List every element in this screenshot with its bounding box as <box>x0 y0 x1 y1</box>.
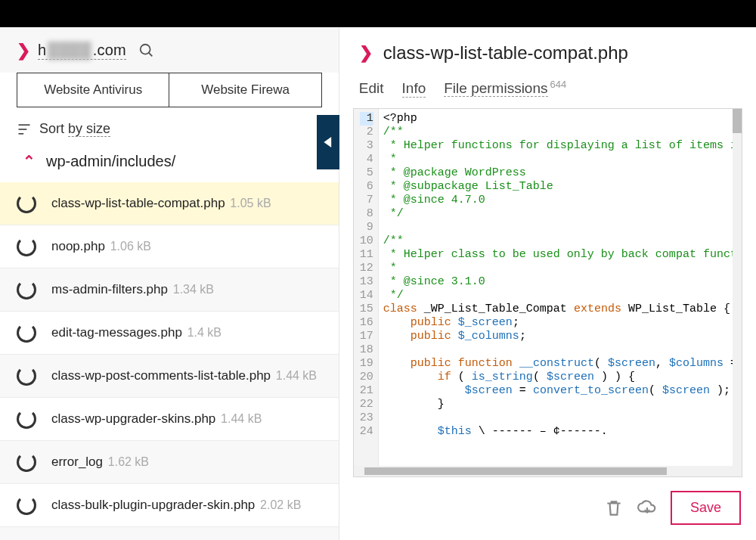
chevron-right-icon: ❯ <box>359 43 373 63</box>
chevron-up-icon[interactable]: ⌃ <box>23 152 36 170</box>
sort-label[interactable]: Sort by size <box>39 121 110 137</box>
search-icon[interactable] <box>138 42 155 59</box>
tab-firewall[interactable]: Website Firewa <box>169 73 321 107</box>
window-titlebar <box>0 0 756 27</box>
svg-line-1 <box>149 53 153 57</box>
loading-spinner-icon <box>17 452 36 472</box>
loading-spinner-icon <box>17 194 36 213</box>
loading-spinner-icon <box>17 237 36 256</box>
editor-filename: class-wp-list-table-compat.php <box>383 42 628 64</box>
trash-icon[interactable] <box>604 498 624 518</box>
file-row[interactable]: class-bulk-theme-upgrader-skin.php 2.06 … <box>0 527 339 540</box>
file-row[interactable]: error_log 1.62 kB <box>0 441 339 484</box>
svg-point-0 <box>141 45 150 54</box>
save-button[interactable]: Save <box>671 491 741 525</box>
svg-marker-5 <box>324 137 331 147</box>
loading-spinner-icon <box>17 409 36 429</box>
line-gutter: 123456789101112131415161718192021222324 <box>354 109 379 466</box>
file-list: class-wp-list-table-compat.php 1.05 kB n… <box>0 182 339 540</box>
file-row[interactable]: class-wp-upgrader-skins.php 1.44 kB <box>0 398 339 441</box>
cloud-download-icon[interactable] <box>637 498 657 518</box>
horizontal-scrollbar[interactable] <box>354 466 742 476</box>
loading-spinner-icon <box>17 323 36 343</box>
code-area[interactable]: <?php/** * Helper functions for displayi… <box>379 109 742 466</box>
sort-icon[interactable] <box>17 122 32 137</box>
vertical-scrollbar[interactable] <box>733 109 742 466</box>
collapse-panel-button[interactable] <box>317 115 339 169</box>
file-row[interactable]: edit-tag-messages.php 1.4 kB <box>0 312 339 355</box>
file-row[interactable]: noop.php 1.06 kB <box>0 225 339 268</box>
editor-panel: ❯ class-wp-list-table-compat.php Edit In… <box>339 27 756 540</box>
tab-antivirus[interactable]: Website Antivirus <box>17 73 169 107</box>
section-tabs: Website Antivirus Website Firewa <box>17 73 322 107</box>
file-row[interactable]: ms-admin-filters.php 1.34 kB <box>0 268 339 312</box>
triangle-left-icon <box>323 137 333 147</box>
chevron-right-icon: ❯ <box>17 41 30 61</box>
file-panel: ❯ h████.com Website Antivirus Website Fi… <box>0 27 339 540</box>
file-row[interactable]: class-bulk-plugin-upgrader-skin.php 2.02… <box>0 484 339 527</box>
site-url[interactable]: h████.com <box>38 42 126 60</box>
file-row[interactable]: class-wp-list-table-compat.php 1.05 kB <box>0 182 339 225</box>
current-path[interactable]: wp-admin/includes/ <box>46 153 175 170</box>
loading-spinner-icon <box>17 280 36 299</box>
file-row[interactable]: class-wp-post-comments-list-table.php 1.… <box>0 355 339 398</box>
loading-spinner-icon <box>17 366 36 386</box>
editor-tab-info[interactable]: Info <box>402 80 426 98</box>
loading-spinner-icon <box>17 495 36 515</box>
editor-tab-edit[interactable]: Edit <box>359 80 384 97</box>
editor-tab-permissions[interactable]: File permissions644 <box>444 79 566 97</box>
code-editor[interactable]: 123456789101112131415161718192021222324 … <box>354 109 742 466</box>
